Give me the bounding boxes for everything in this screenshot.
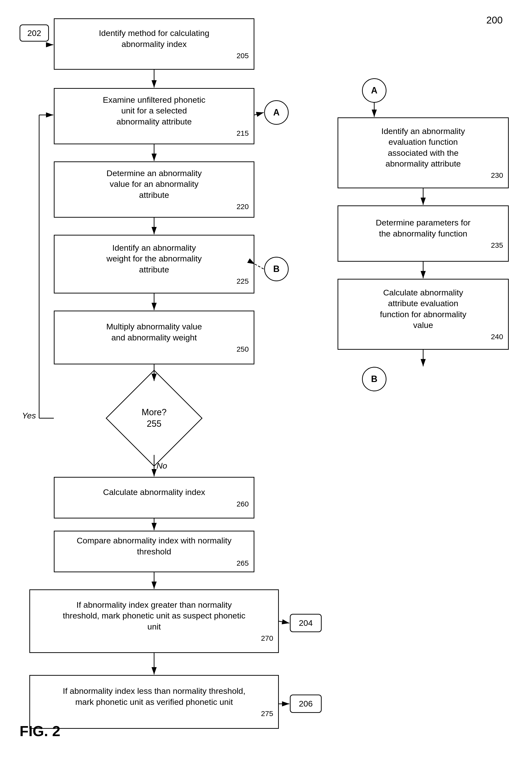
circle-b-right: B [362,367,387,391]
yes-label: Yes [22,411,36,420]
svg-line-4 [255,112,264,115]
svg-line-7 [255,264,264,269]
box-step235: Determine parameters forthe abnormality … [338,205,509,262]
circle-a-left: A [264,100,289,125]
no-label: No [157,461,167,471]
diagram-number: 200 [486,15,503,26]
start-node-202: 202 [20,24,49,42]
box-step205: Identify method for calculatingabnormali… [54,18,255,70]
flowchart-diagram: 200 202 Identify method for calculatinga… [0,0,532,764]
box-step270: If abnormality index greater than normal… [29,589,279,653]
box-step260: Calculate abnormality index 260 [54,477,255,518]
box-step230: Identify an abnormalityevaluation functi… [338,117,509,188]
box-step220: Determine an abnormalityvalue for an abn… [54,161,255,218]
box-step250: Multiply abnormality valueand abnormalit… [54,310,255,364]
svg-line-16 [279,621,289,623]
box-step215: Examine unfiltered phoneticunit for a se… [54,88,255,144]
circle-b-left: B [264,257,289,281]
box-step265: Compare abnormality index with normality… [54,531,255,572]
box-step225: Identify an abnormalityweight for the ab… [54,235,255,293]
circle-a-right: A [362,78,387,103]
fig-label: FIG. 2 [20,723,61,740]
node-206: 206 [290,694,322,713]
box-step240: Calculate abnormalityattribute evaluatio… [338,279,509,350]
diamond-step255: More?255 [54,382,255,455]
box-step275: If abnormality index less than normality… [29,675,279,729]
node-204: 204 [290,614,322,632]
